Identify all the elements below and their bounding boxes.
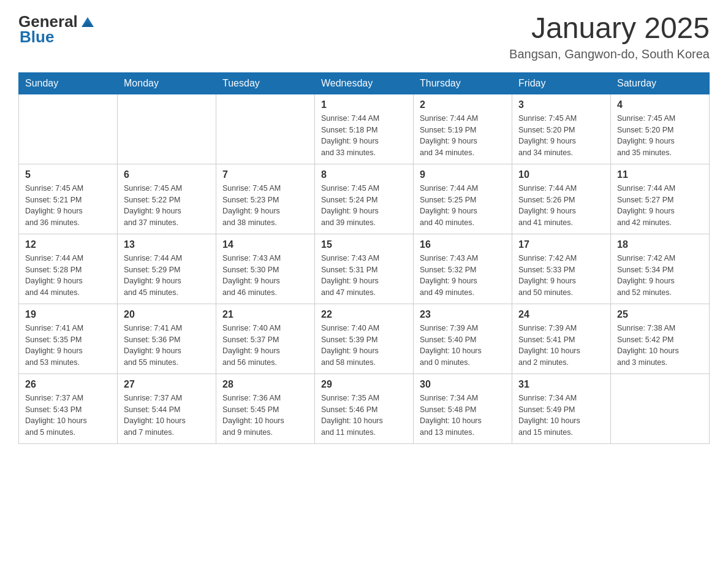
weekday-header-friday: Friday [512,72,611,94]
calendar-cell: 14Sunrise: 7:43 AMSunset: 5:30 PMDayligh… [216,234,315,304]
day-info: Sunrise: 7:43 AMSunset: 5:31 PMDaylight:… [321,253,407,299]
day-info: Sunrise: 7:35 AMSunset: 5:46 PMDaylight:… [321,393,407,439]
day-number: 17 [518,239,604,250]
calendar-cell [19,94,118,164]
calendar-cell: 31Sunrise: 7:34 AMSunset: 5:49 PMDayligh… [512,373,611,443]
day-info: Sunrise: 7:45 AMSunset: 5:23 PMDaylight:… [222,183,308,229]
day-number: 15 [321,239,407,250]
calendar-cell: 8Sunrise: 7:45 AMSunset: 5:24 PMDaylight… [315,164,414,234]
day-number: 7 [222,169,308,180]
day-info: Sunrise: 7:44 AMSunset: 5:27 PMDaylight:… [617,183,703,229]
day-number: 18 [617,239,703,250]
day-number: 14 [222,239,308,250]
weekday-header-saturday: Saturday [611,72,710,94]
day-info: Sunrise: 7:44 AMSunset: 5:29 PMDaylight:… [124,253,210,299]
day-info: Sunrise: 7:37 AMSunset: 5:43 PMDaylight:… [25,393,111,439]
calendar-cell: 9Sunrise: 7:44 AMSunset: 5:25 PMDaylight… [414,164,512,234]
calendar-cell: 30Sunrise: 7:34 AMSunset: 5:48 PMDayligh… [414,373,512,443]
calendar-cell: 5Sunrise: 7:45 AMSunset: 5:21 PMDaylight… [19,164,118,234]
calendar-cell [216,94,315,164]
day-number: 8 [321,169,407,180]
calendar-cell: 25Sunrise: 7:38 AMSunset: 5:42 PMDayligh… [611,304,710,373]
day-info: Sunrise: 7:43 AMSunset: 5:30 PMDaylight:… [222,253,308,299]
day-info: Sunrise: 7:42 AMSunset: 5:34 PMDaylight:… [617,253,703,299]
day-number: 31 [518,379,604,390]
day-info: Sunrise: 7:45 AMSunset: 5:21 PMDaylight:… [25,183,111,229]
logo-icon [79,13,96,31]
day-number: 4 [617,99,703,110]
calendar-cell [611,373,710,443]
calendar-cell: 22Sunrise: 7:40 AMSunset: 5:39 PMDayligh… [315,304,414,373]
calendar-header: SundayMondayTuesdayWednesdayThursdayFrid… [19,72,710,94]
calendar-cell: 2Sunrise: 7:44 AMSunset: 5:19 PMDaylight… [414,94,512,164]
day-number: 6 [124,169,210,180]
day-number: 13 [124,239,210,250]
calendar-title: January 2025 [509,12,710,45]
page-header: General Blue January 2025 Bangsan, Gangw… [18,12,710,61]
day-info: Sunrise: 7:34 AMSunset: 5:49 PMDaylight:… [518,393,604,439]
weekday-header-thursday: Thursday [414,72,512,94]
calendar-cell: 12Sunrise: 7:44 AMSunset: 5:28 PMDayligh… [19,234,118,304]
calendar-cell: 15Sunrise: 7:43 AMSunset: 5:31 PMDayligh… [315,234,414,304]
day-number: 24 [518,309,604,320]
logo: General Blue [18,12,96,47]
day-number: 11 [617,169,703,180]
calendar-subtitle: Bangsan, Gangwon-do, South Korea [509,47,710,61]
calendar-table: SundayMondayTuesdayWednesdayThursdayFrid… [18,72,710,444]
day-number: 1 [321,99,407,110]
weekday-header-wednesday: Wednesday [315,72,414,94]
calendar-cell: 11Sunrise: 7:44 AMSunset: 5:27 PMDayligh… [611,164,710,234]
day-info: Sunrise: 7:44 AMSunset: 5:19 PMDaylight:… [420,113,506,159]
day-info: Sunrise: 7:43 AMSunset: 5:32 PMDaylight:… [420,253,506,299]
day-info: Sunrise: 7:44 AMSunset: 5:28 PMDaylight:… [25,253,111,299]
weekday-header-sunday: Sunday [19,72,118,94]
day-info: Sunrise: 7:41 AMSunset: 5:35 PMDaylight:… [25,323,111,369]
calendar-cell: 23Sunrise: 7:39 AMSunset: 5:40 PMDayligh… [414,304,512,373]
day-number: 25 [617,309,703,320]
calendar-cell: 4Sunrise: 7:45 AMSunset: 5:20 PMDaylight… [611,94,710,164]
day-number: 3 [518,99,604,110]
day-number: 9 [420,169,506,180]
day-number: 16 [420,239,506,250]
day-info: Sunrise: 7:40 AMSunset: 5:39 PMDaylight:… [321,323,407,369]
day-number: 22 [321,309,407,320]
day-info: Sunrise: 7:39 AMSunset: 5:40 PMDaylight:… [420,323,506,369]
calendar-cell: 16Sunrise: 7:43 AMSunset: 5:32 PMDayligh… [414,234,512,304]
calendar-cell: 1Sunrise: 7:44 AMSunset: 5:18 PMDaylight… [315,94,414,164]
calendar-week-4: 19Sunrise: 7:41 AMSunset: 5:35 PMDayligh… [19,304,710,373]
day-number: 2 [420,99,506,110]
day-number: 29 [321,379,407,390]
calendar-cell: 29Sunrise: 7:35 AMSunset: 5:46 PMDayligh… [315,373,414,443]
calendar-cell: 3Sunrise: 7:45 AMSunset: 5:20 PMDaylight… [512,94,611,164]
day-number: 23 [420,309,506,320]
calendar-week-3: 12Sunrise: 7:44 AMSunset: 5:28 PMDayligh… [19,234,710,304]
calendar-cell: 20Sunrise: 7:41 AMSunset: 5:36 PMDayligh… [118,304,216,373]
day-info: Sunrise: 7:38 AMSunset: 5:42 PMDaylight:… [617,323,703,369]
day-number: 27 [124,379,210,390]
logo-blue-text: Blue [20,28,54,47]
calendar-cell: 28Sunrise: 7:36 AMSunset: 5:45 PMDayligh… [216,373,315,443]
calendar-cell: 24Sunrise: 7:39 AMSunset: 5:41 PMDayligh… [512,304,611,373]
day-info: Sunrise: 7:41 AMSunset: 5:36 PMDaylight:… [124,323,210,369]
calendar-cell: 10Sunrise: 7:44 AMSunset: 5:26 PMDayligh… [512,164,611,234]
day-info: Sunrise: 7:34 AMSunset: 5:48 PMDaylight:… [420,393,506,439]
day-info: Sunrise: 7:45 AMSunset: 5:20 PMDaylight:… [518,113,604,159]
day-info: Sunrise: 7:42 AMSunset: 5:33 PMDaylight:… [518,253,604,299]
calendar-cell: 18Sunrise: 7:42 AMSunset: 5:34 PMDayligh… [611,234,710,304]
day-info: Sunrise: 7:45 AMSunset: 5:24 PMDaylight:… [321,183,407,229]
day-info: Sunrise: 7:44 AMSunset: 5:25 PMDaylight:… [420,183,506,229]
title-section: January 2025 Bangsan, Gangwon-do, South … [509,12,710,61]
day-info: Sunrise: 7:44 AMSunset: 5:18 PMDaylight:… [321,113,407,159]
calendar-cell: 21Sunrise: 7:40 AMSunset: 5:37 PMDayligh… [216,304,315,373]
day-number: 12 [25,239,111,250]
weekday-header-monday: Monday [118,72,216,94]
day-info: Sunrise: 7:44 AMSunset: 5:26 PMDaylight:… [518,183,604,229]
calendar-body: 1Sunrise: 7:44 AMSunset: 5:18 PMDaylight… [19,94,710,443]
calendar-week-5: 26Sunrise: 7:37 AMSunset: 5:43 PMDayligh… [19,373,710,443]
day-number: 5 [25,169,111,180]
calendar-cell: 19Sunrise: 7:41 AMSunset: 5:35 PMDayligh… [19,304,118,373]
day-number: 30 [420,379,506,390]
day-number: 26 [25,379,111,390]
day-number: 21 [222,309,308,320]
calendar-cell: 27Sunrise: 7:37 AMSunset: 5:44 PMDayligh… [118,373,216,443]
